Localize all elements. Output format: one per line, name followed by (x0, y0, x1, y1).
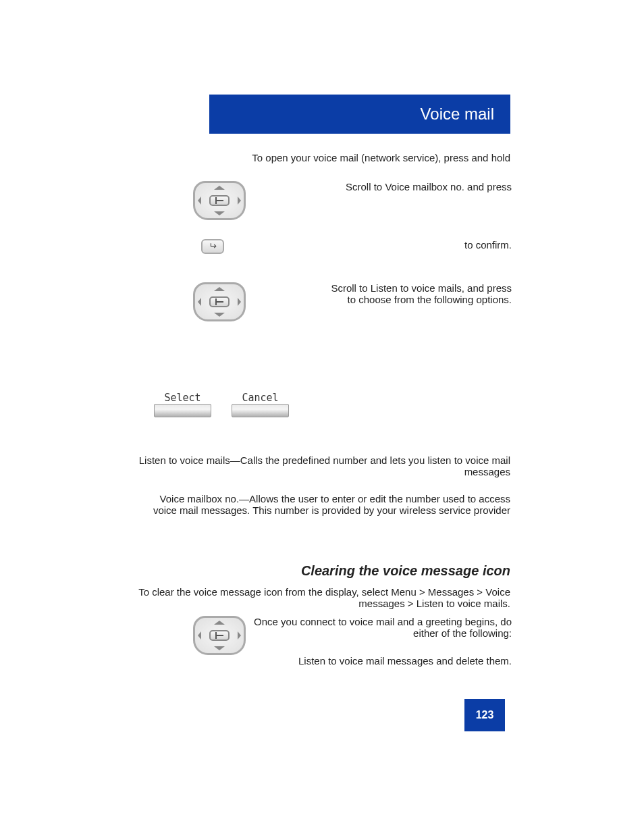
center-enter-icon (209, 630, 230, 641)
arrow-up-icon (214, 186, 225, 190)
arrow-down-icon (214, 313, 225, 317)
section-2-intro: To clear the voice message icon from the… (134, 586, 510, 609)
navigation-pad-icon (193, 282, 246, 321)
center-enter-icon (209, 296, 230, 307)
arrow-up-icon (214, 287, 225, 291)
step-1-text: Scroll to Voice mailbox no. and press (248, 181, 512, 192)
arrow-right-icon (238, 631, 241, 640)
softkey-right-button (232, 404, 289, 417)
softkey-right-group: Cancel (232, 392, 289, 417)
page-content: Voice mail To open your voice mail (netw… (0, 0, 644, 834)
navigation-pad-icon (193, 181, 246, 220)
step-4-line1: Once you connect to voice mail and a gre… (248, 616, 512, 639)
arrow-right-icon (238, 298, 241, 306)
step-3-line1: Scroll to Listen to voice mails, and pre… (248, 282, 512, 294)
step-4-line2: Listen to voice mail messages and delete… (248, 655, 512, 667)
banner-title: Voice mail (421, 105, 494, 123)
intro-text: To open your voice mail (network service… (134, 152, 510, 163)
arrow-left-icon (198, 631, 201, 640)
step-4-text: Once you connect to voice mail and a gre… (248, 616, 512, 667)
page-number-badge: 123 (464, 699, 505, 731)
section-banner: Voice mail (209, 95, 510, 134)
center-enter-icon (209, 195, 230, 206)
step-3-text: Scroll to Listen to voice mails, and pre… (248, 282, 512, 305)
softkey-diagram: Select Cancel (154, 392, 289, 417)
enter-key-icon (201, 239, 224, 254)
step-2-text: to confirm. (248, 239, 512, 251)
arrow-left-icon (198, 197, 201, 205)
softkey-left-button (154, 404, 211, 417)
section-2-heading: Clearing the voice message icon (134, 563, 510, 579)
bullet-mailbox-no: Voice mailbox no.—Allows the user to ent… (134, 493, 510, 516)
softkey-left-group: Select (154, 392, 211, 417)
arrow-right-icon (238, 197, 241, 205)
arrow-down-icon (214, 211, 225, 215)
softkey-right-label: Cancel (232, 392, 289, 404)
arrow-left-icon (198, 298, 201, 306)
page-number: 123 (464, 708, 505, 721)
arrow-down-icon (214, 646, 225, 650)
arrow-up-icon (214, 621, 225, 625)
step-3-line2: to choose from the following options. (248, 294, 512, 305)
navigation-pad-icon (193, 616, 246, 655)
softkey-left-label: Select (154, 392, 211, 404)
bullet-listen: Listen to voice mails—Calls the predefin… (134, 454, 510, 477)
